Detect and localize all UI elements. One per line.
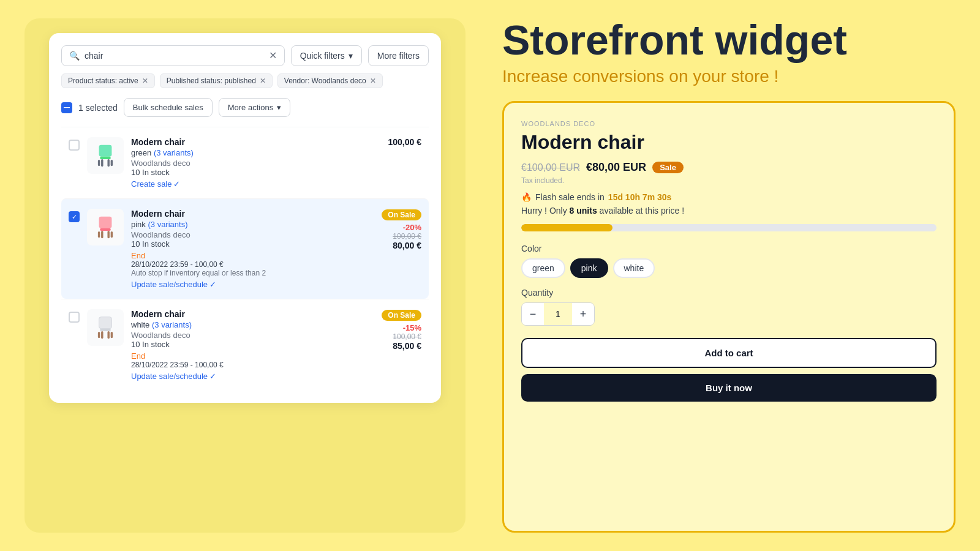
chair-green-icon [89,140,121,171]
product-checkbox-green[interactable] [69,140,80,151]
product-image-green [87,137,124,174]
buy-now-button[interactable]: Buy it now [521,374,937,402]
quantity-section: Quantity − 1 + [521,288,937,326]
product-info-white: Modern chair white (3 variants) Woodland… [131,309,347,381]
update-sale-link-white[interactable]: Update sale/schedule ✓ [131,372,347,381]
sale-info-pink: End 28/10/2022 23:59 - 100,00 € Auto sto… [131,251,347,289]
svg-rect-10 [98,231,100,238]
left-panel: 🔍 ✕ Quick filters ▾ More filters Product… [24,18,466,533]
color-btn-white[interactable]: white [613,258,655,278]
chip-remove-status[interactable]: ✕ [142,77,148,85]
product-info-pink: Modern chair pink (3 variants) Woodlands… [131,209,347,289]
product-row-green: Modern chair green (3 variants) Woodland… [61,127,429,198]
clear-icon[interactable]: ✕ [269,51,277,61]
selected-label: 1 selected [78,103,118,113]
search-input-wrap: 🔍 ✕ [61,45,285,66]
svg-rect-1 [100,157,110,159]
flash-time: 15d 10h 7m 30s [608,192,672,202]
create-sale-link-green[interactable]: Create sale ✓ [131,179,347,189]
quantity-increase-button[interactable]: + [572,303,594,325]
select-all-checkbox[interactable] [61,102,72,113]
sale-auto-stop-pink: Auto stop if inventory equal or less tha… [131,269,347,277]
product-image-white [87,309,124,346]
storefront-widget-card: WOODLANDS DECO Modern chair €100,00 EUR … [502,101,956,533]
filter-chips: Product status: active ✕ Published statu… [61,73,429,88]
vendor-label: WOODLANDS DECO [521,120,937,127]
product-variant-pink: pink (3 variants) [131,220,347,229]
search-row: 🔍 ✕ Quick filters ▾ More filters [61,45,429,66]
svg-rect-11 [111,231,113,238]
product-image-pink [87,209,124,246]
flash-label: Flash sale ends in [535,192,605,202]
sale-date-white: 28/10/2022 23:59 - 100,00 € [131,361,347,369]
on-sale-badge-pink: On Sale [382,209,421,220]
chip-remove-published[interactable]: ✕ [260,77,266,85]
product-variant-white: white (3 variants) [131,320,347,329]
filter-chip-status: Product status: active ✕ [61,73,155,88]
product-vendor-pink: Woodlands deco [131,230,347,239]
svg-rect-8 [101,231,103,238]
product-info-green: Modern chair green (3 variants) Woodland… [131,137,347,189]
svg-rect-12 [99,317,112,329]
chevron-down-icon-actions: ▾ [277,103,281,112]
product-name-white: Modern chair [131,309,347,319]
quick-filters-button[interactable]: Quick filters ▾ [291,45,362,66]
right-panel: Storefront widget Increase conversions o… [490,18,956,533]
filter-chip-published: Published status: published ✕ [160,73,273,88]
color-section: Color green pink white [521,244,937,278]
svg-rect-5 [111,160,113,166]
add-to-cart-button[interactable]: Add to cart [521,338,937,368]
svg-rect-16 [98,332,100,338]
product-checkbox-white[interactable] [69,312,80,323]
svg-rect-9 [107,231,109,238]
stock-bar [521,224,937,231]
svg-rect-0 [99,145,112,157]
svg-rect-15 [107,331,109,339]
more-actions-button[interactable]: More actions ▾ [219,98,290,117]
widget-original-price: €100,00 EUR [521,162,580,173]
sale-discount-pink: -20% [354,223,421,232]
chair-pink-icon [89,211,121,243]
search-input[interactable] [85,51,264,61]
widget-product-name: Modern chair [521,131,937,154]
svg-rect-13 [100,329,110,331]
product-stock-pink: 10 In stock [131,239,347,249]
product-vendor-green: Woodlands deco [131,159,347,168]
product-row-pink: Modern chair pink (3 variants) Woodlands… [61,198,429,299]
svg-rect-4 [98,160,100,166]
sale-price-pink: 80,00 € [354,241,421,250]
quantity-control: − 1 + [521,302,595,326]
svg-rect-17 [111,332,113,338]
on-sale-badge-white: On Sale [382,310,421,321]
sale-info-white: End 28/10/2022 23:59 - 100,00 € Update s… [131,351,347,381]
sale-date-pink: 28/10/2022 23:59 - 100,00 € [131,260,347,269]
color-btn-green[interactable]: green [521,258,565,278]
svg-rect-3 [107,159,109,167]
product-row-white: Modern chair white (3 variants) Woodland… [61,299,429,391]
product-checkbox-pink[interactable] [69,211,80,222]
quantity-decrease-button[interactable]: − [522,303,544,325]
sale-discount-white: -15% [354,323,421,332]
sale-end-label-white: End [131,351,347,361]
color-btn-pink[interactable]: pink [570,258,608,278]
bulk-schedule-button[interactable]: Bulk schedule sales [124,98,213,117]
chair-white-icon [89,312,121,343]
color-label: Color [521,244,937,253]
product-name-pink: Modern chair [131,209,347,219]
sale-price-white: 85,00 € [354,341,421,351]
stock-fill [521,224,612,231]
original-price-pink: 100,00 € [354,232,421,241]
fire-icon: 🔥 [521,192,532,202]
quantity-value: 1 [544,309,572,319]
hero-subtitle: Increase conversions on your store ! [502,67,956,86]
more-filters-button[interactable]: More filters [368,45,429,66]
hurry-units: 8 units [570,206,597,216]
svg-rect-2 [101,159,103,167]
chevron-down-icon: ▾ [349,51,353,61]
chip-remove-vendor[interactable]: ✕ [370,77,376,85]
update-sale-link-pink[interactable]: Update sale/schedule ✓ [131,280,347,289]
bulk-actions-row: 1 selected Bulk schedule sales More acti… [61,98,429,117]
widget-price-row: €100,00 EUR €80,00 EUR Sale [521,161,937,174]
product-name-green: Modern chair [131,137,347,147]
quantity-label: Quantity [521,288,937,298]
